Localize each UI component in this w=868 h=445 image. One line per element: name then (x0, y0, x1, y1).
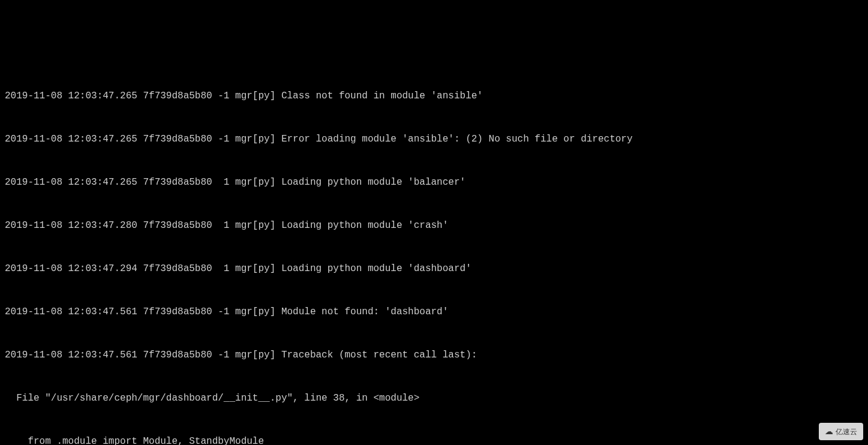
log-line: 2019-11-08 12:03:47.280 7f739d8a5b80 1 m… (5, 218, 863, 233)
cloud-icon: ☁ (825, 425, 833, 438)
log-line: 2019-11-08 12:03:47.294 7f739d8a5b80 1 m… (5, 261, 863, 276)
log-line: 2019-11-08 12:03:47.561 7f739d8a5b80 -1 … (5, 305, 863, 319)
log-line: 2019-11-08 12:03:47.265 7f739d8a5b80 -1 … (5, 132, 863, 146)
log-line: from .module import Module, StandbyModul… (5, 434, 863, 445)
watermark-badge: ☁ 亿速云 (819, 423, 863, 440)
watermark-text: 亿速云 (836, 426, 857, 437)
terminal-output[interactable]: 2019-11-08 12:03:47.265 7f739d8a5b80 -1 … (5, 60, 863, 445)
log-line: File "/usr/share/ceph/mgr/dashboard/__in… (5, 391, 863, 405)
log-line: 2019-11-08 12:03:47.265 7f739d8a5b80 1 m… (5, 175, 863, 190)
log-line: 2019-11-08 12:03:47.265 7f739d8a5b80 -1 … (5, 89, 863, 103)
log-line: 2019-11-08 12:03:47.561 7f739d8a5b80 -1 … (5, 348, 863, 362)
